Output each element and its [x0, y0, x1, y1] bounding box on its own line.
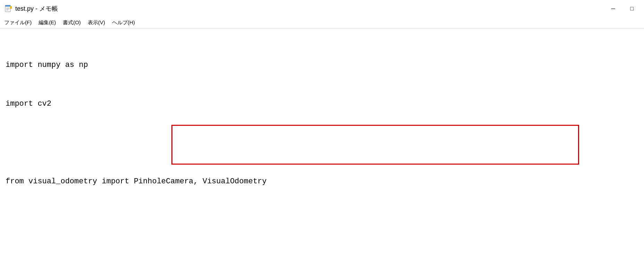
editor-area[interactable]: import numpy as np import cv2 from visua…: [0, 28, 644, 253]
menu-help[interactable]: ヘルプ(H): [109, 18, 138, 27]
menu-format[interactable]: 書式(O): [60, 18, 84, 27]
code-line-4: from visual_odometry import PinholeCamer…: [6, 175, 638, 188]
svg-rect-5: [10, 6, 12, 9]
code-line-5: [6, 214, 638, 227]
window-controls: ─ □: [605, 3, 640, 14]
code-content: import numpy as np import cv2 from visua…: [6, 33, 638, 253]
code-line-1: import numpy as np: [6, 59, 638, 71]
minimize-button[interactable]: ─: [605, 3, 621, 14]
code-line-3: [6, 136, 638, 149]
menu-file[interactable]: ファイル(F): [1, 18, 34, 27]
notepad-icon: [4, 5, 12, 13]
menu-view[interactable]: 表示(V): [85, 18, 108, 27]
svg-rect-1: [5, 5, 10, 7]
menu-bar: ファイル(F) 編集(E) 書式(O) 表示(V) ヘルプ(H): [0, 17, 644, 28]
title-bar: test.py - メモ帳 ─ □: [0, 0, 644, 17]
main-window: test.py - メモ帳 ─ □ ファイル(F) 編集(E) 書式(O) 表示…: [0, 0, 644, 253]
window-title: test.py - メモ帳: [15, 5, 605, 13]
restore-button[interactable]: □: [624, 3, 640, 14]
menu-edit[interactable]: 編集(E): [36, 18, 59, 27]
code-line-2: import cv2: [6, 97, 638, 110]
